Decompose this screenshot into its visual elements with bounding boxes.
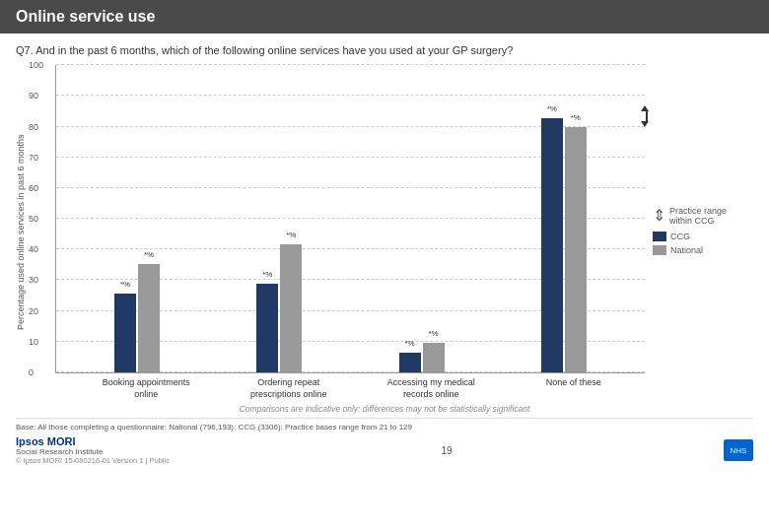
nhs-logo: NHS [724,439,753,461]
base-text: Base: All those completing a questionnai… [16,418,753,432]
bar-booking-ccg: *% [114,294,136,372]
x-label-none: None of these [503,373,646,400]
practice-range-indicator [644,105,649,127]
bar-group-booking: *% *% [66,264,208,372]
bar-none-national-label: *% [565,113,587,122]
bar-records-national: *% [423,343,445,372]
legend-national-box [653,245,666,255]
bar-booking-ccg-label: *% [114,280,136,289]
page-title: Online service use [16,8,155,25]
legend-ccg-box [653,232,666,241]
bar-booking-national-label: *% [138,250,160,259]
bar-ordering-ccg-label: *% [256,270,278,279]
bar-group-records: *% *% [351,343,493,372]
bar-none-ccg-label: *% [541,104,563,113]
chart-area: 100 90 80 70 60 50 40 30 20 10 0 *% [55,65,645,373]
bar-ordering-national: *% [280,244,302,372]
x-label-ordering: Ordering repeatprescriptions online [218,373,361,400]
bar-group-none: *% *% [493,118,635,372]
legend-ccg-label: CCG [670,232,690,241]
x-label-records: Accessing my medicalrecords online [360,373,503,400]
bar-group-ordering: *% *% [208,244,350,372]
legend-national: National [653,245,703,255]
bar-records-national-label: *% [423,329,445,338]
legend-practice-range: ⇕ Practice rangewithin CCG [653,206,727,226]
legend-practice-label: Practice rangewithin CCG [669,206,727,226]
bar-none-ccg: *% [541,118,563,372]
ipsos-logo: Ipsos MORI Social Research Institute © I… [16,435,170,465]
bars-container: *% *% *% [56,65,645,372]
copyright-text: © Ipsos MORI 15-080216-01 Version 1 | Pu… [16,456,170,465]
bar-booking-national: *% [138,264,160,372]
page-number: 19 [441,445,452,456]
comparison-note: Comparisons are indicative only: differe… [16,404,753,414]
legend-ccg: CCG [653,232,690,241]
header: Online service use [0,0,769,33]
bar-records-ccg: *% [399,353,421,372]
bar-none-national: *% [565,127,587,372]
bar-records-ccg-label: *% [399,339,421,348]
chart-legend: ⇕ Practice rangewithin CCG CCG National [645,65,753,400]
question-text: Q7. And in the past 6 months, which of t… [16,43,753,57]
bar-ordering-national-label: *% [280,231,302,239]
ipsos-subtitle: Social Research Institute [16,447,170,456]
legend-national-label: National [670,245,703,255]
y-axis-label: Percentage used online services in past … [16,65,45,400]
x-axis-labels: Booking appointmentsonline Ordering repe… [65,373,645,400]
x-label-booking: Booking appointmentsonline [75,373,218,400]
ipsos-name: Ipsos MORI [16,435,170,447]
bar-ordering-ccg: *% [256,284,278,372]
footer-logos: Ipsos MORI Social Research Institute © I… [16,435,753,465]
